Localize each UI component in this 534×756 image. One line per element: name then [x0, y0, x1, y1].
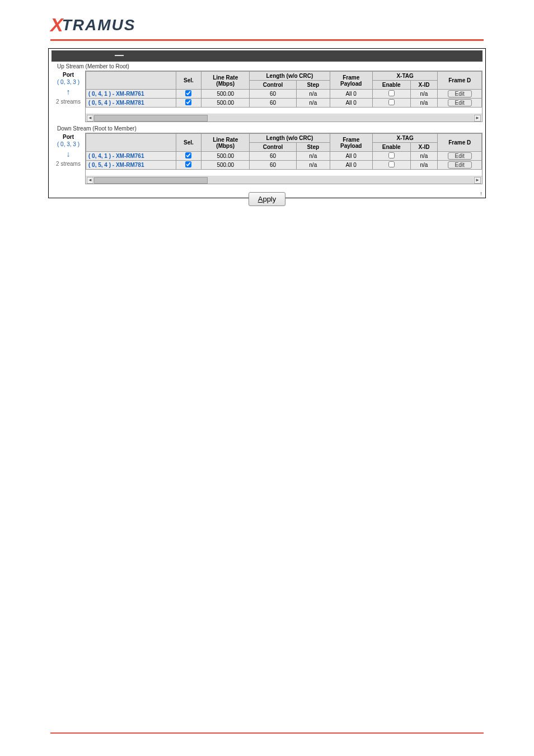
sel-checkbox[interactable]: [185, 152, 191, 158]
scroll-left-icon[interactable]: ◄: [87, 177, 93, 184]
horizontal-scrollbar[interactable]: ◄ ►: [86, 176, 482, 184]
arrow-up-icon: ↑: [51, 87, 85, 96]
edit-button[interactable]: Edit: [448, 161, 472, 169]
col-sel: Sel.: [176, 134, 202, 152]
upstream-streams-count: 2 streams: [51, 99, 85, 105]
header-divider: [50, 39, 484, 41]
scroll-track[interactable]: [94, 177, 474, 184]
port-header: Port: [51, 72, 85, 78]
col-linerate: Line Rate(Mbps): [202, 72, 250, 90]
horizontal-scrollbar[interactable]: ◄ ►: [86, 114, 482, 122]
col-sel: Sel.: [176, 72, 202, 90]
device-cell: ( 0, 5, 4 ) - XM-RM781: [86, 99, 176, 108]
table-row: ( 0, 4, 1 ) - XM-RM761 500.00 60 n/a All…: [86, 152, 482, 161]
xtag-enable-checkbox[interactable]: [388, 161, 395, 167]
col-length-group: Length (w/o CRC): [250, 72, 330, 81]
downstream-port-col: Port ( 0, 3, 3 ) ↓ 2 streams: [51, 133, 85, 167]
step-cell: n/a: [296, 90, 330, 99]
control-cell: 60: [250, 152, 297, 161]
downstream-label: Down Stream (Root to Member): [57, 125, 483, 132]
col-length-group: Length (w/o CRC): [250, 134, 330, 143]
xtag-enable-checkbox[interactable]: [388, 99, 395, 105]
upstream-port-id: ( 0, 3, 3 ): [51, 79, 85, 85]
col-control: Control: [250, 143, 297, 152]
step-cell: n/a: [296, 99, 330, 108]
col-xid: X-ID: [410, 143, 438, 152]
table-row: ( 0, 5, 4 ) - XM-RM781 500.00 60 n/a All…: [86, 99, 482, 108]
scroll-thumb[interactable]: [94, 115, 208, 122]
arrow-down-icon: ↓: [51, 150, 85, 158]
logo-x: X: [50, 14, 62, 36]
edit-button[interactable]: Edit: [448, 152, 472, 160]
col-frame-d: Frame D: [438, 72, 482, 90]
rate-cell: 500.00: [202, 99, 250, 108]
control-cell: 60: [250, 99, 297, 108]
device-cell: ( 0, 4, 1 ) - XM-RM761: [86, 152, 176, 161]
col-control: Control: [250, 81, 297, 90]
panel-title-bar: —: [51, 50, 483, 62]
step-cell: n/a: [296, 161, 330, 170]
xid-cell: n/a: [410, 161, 438, 170]
payload-cell: All 0: [330, 161, 372, 170]
scroll-left-icon[interactable]: ◄: [87, 115, 93, 122]
step-cell: n/a: [296, 152, 330, 161]
col-enable: Enable: [372, 81, 410, 90]
xtag-enable-checkbox[interactable]: [388, 90, 395, 96]
downstream-table: Sel. Line Rate(Mbps) Length (w/o CRC) Fr…: [85, 133, 483, 184]
upstream-table: Sel. Line Rate(Mbps) Length (w/o CRC) Fr…: [85, 71, 483, 122]
rate-cell: 500.00: [202, 90, 250, 99]
xid-cell: n/a: [410, 152, 438, 161]
col-xtag-group: X-TAG: [372, 134, 438, 143]
apply-button[interactable]: Apply: [249, 192, 286, 206]
sel-checkbox[interactable]: [185, 90, 191, 96]
device-cell: ( 0, 4, 1 ) - XM-RM761: [86, 90, 176, 99]
upstream-label: Up Stream (Member to Root): [57, 63, 483, 69]
sel-checkbox[interactable]: [185, 161, 191, 167]
control-cell: 60: [250, 161, 297, 170]
xid-cell: n/a: [410, 99, 438, 108]
scroll-thumb[interactable]: [94, 177, 208, 184]
device-cell: ( 0, 5, 4 ) - XM-RM781: [86, 161, 176, 170]
col-frame-payload: FramePayload: [330, 72, 372, 90]
col-frame-d: Frame D: [438, 134, 482, 152]
scroll-right-icon[interactable]: ►: [474, 177, 481, 184]
logo-text: TRAMUS: [62, 16, 136, 34]
col-step: Step: [296, 143, 330, 152]
edit-button[interactable]: Edit: [448, 90, 472, 97]
payload-cell: All 0: [330, 90, 372, 99]
port-header: Port: [51, 134, 85, 140]
table-row: ( 0, 4, 1 ) - XM-RM761 500.00 60 n/a All…: [86, 90, 482, 99]
upstream-port-col: Port ( 0, 3, 3 ) ↑ 2 streams: [51, 71, 85, 105]
table-row: ( 0, 5, 4 ) - XM-RM781 500.00 60 n/a All…: [86, 161, 482, 170]
rate-cell: 500.00: [202, 161, 250, 170]
payload-cell: All 0: [330, 152, 372, 161]
col-xtag-group: X-TAG: [372, 72, 438, 81]
col-linerate: Line Rate(Mbps): [202, 134, 250, 152]
scroll-right-icon[interactable]: ►: [474, 115, 481, 122]
footer-char: ↑: [480, 190, 483, 197]
xtag-enable-checkbox[interactable]: [388, 152, 395, 158]
footer-divider: [50, 732, 484, 734]
col-xid: X-ID: [410, 81, 438, 90]
downstream-port-id: ( 0, 3, 3 ): [51, 141, 85, 147]
col-frame-payload: FramePayload: [330, 134, 372, 152]
rate-cell: 500.00: [202, 152, 250, 161]
scroll-track[interactable]: [94, 115, 474, 122]
downstream-streams-count: 2 streams: [51, 161, 85, 167]
control-cell: 60: [250, 90, 297, 99]
dash-icon: —: [115, 50, 124, 60]
edit-button[interactable]: Edit: [448, 99, 472, 106]
apply-text: pply: [263, 195, 276, 203]
payload-cell: All 0: [330, 99, 372, 108]
sel-checkbox[interactable]: [185, 99, 191, 105]
col-step: Step: [296, 81, 330, 90]
xid-cell: n/a: [410, 90, 438, 99]
logo: X TRAMUS: [0, 14, 534, 36]
col-enable: Enable: [372, 143, 410, 152]
